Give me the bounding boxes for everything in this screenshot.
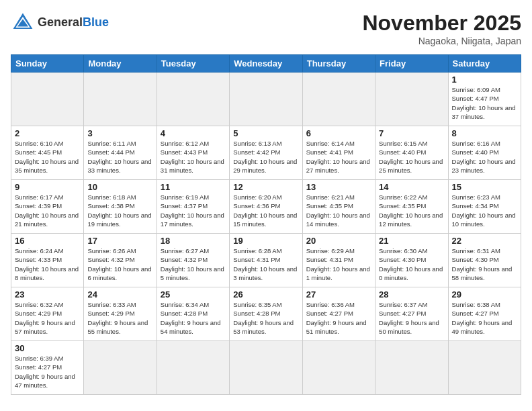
calendar-day-cell: 21Sunrise: 6:30 AMSunset: 4:30 PMDayligh… (375, 234, 448, 287)
month-year-title: November 2025 (362, 11, 521, 36)
day-number: 28 (379, 289, 444, 300)
calendar-day-cell: 2Sunrise: 6:10 AMSunset: 4:45 PMDaylight… (11, 126, 84, 180)
calendar-day-cell: 14Sunrise: 6:22 AMSunset: 4:35 PMDayligh… (375, 180, 448, 234)
page-container: GeneralBlue November 2025 Nagaoka, Niiga… (11, 11, 521, 395)
day-info: Sunrise: 6:19 AMSunset: 4:37 PMDaylight:… (161, 193, 226, 228)
weekday-header-wednesday: Wednesday (230, 55, 302, 73)
calendar-day-cell: 1Sunrise: 6:09 AMSunset: 4:47 PMDaylight… (448, 73, 521, 126)
day-info: Sunrise: 6:33 AMSunset: 4:29 PMDaylight:… (87, 300, 152, 336)
logo-text: GeneralBlue (38, 16, 109, 30)
calendar-day-cell: 13Sunrise: 6:21 AMSunset: 4:35 PMDayligh… (302, 180, 375, 234)
day-number: 7 (379, 128, 444, 138)
day-info: Sunrise: 6:18 AMSunset: 4:38 PMDaylight:… (87, 193, 152, 228)
day-number: 21 (379, 236, 444, 246)
calendar-day-cell: 26Sunrise: 6:35 AMSunset: 4:28 PMDayligh… (230, 287, 302, 341)
day-number: 12 (233, 182, 298, 192)
day-info: Sunrise: 6:21 AMSunset: 4:35 PMDaylight:… (306, 193, 371, 228)
day-info: Sunrise: 6:39 AMSunset: 4:27 PMDaylight:… (15, 354, 80, 390)
title-block: November 2025 Nagaoka, Niigata, Japan (362, 11, 521, 46)
day-info: Sunrise: 6:31 AMSunset: 4:30 PMDaylight:… (452, 246, 517, 282)
calendar-day-cell: 18Sunrise: 6:27 AMSunset: 4:32 PMDayligh… (157, 234, 229, 287)
calendar-day-cell (157, 341, 229, 395)
weekday-header-thursday: Thursday (302, 55, 375, 73)
header: GeneralBlue November 2025 Nagaoka, Niiga… (11, 11, 521, 46)
day-info: Sunrise: 6:17 AMSunset: 4:39 PMDaylight:… (15, 193, 80, 228)
day-info: Sunrise: 6:30 AMSunset: 4:30 PMDaylight:… (379, 246, 444, 282)
day-number: 20 (306, 236, 371, 246)
day-info: Sunrise: 6:23 AMSunset: 4:34 PMDaylight:… (452, 193, 517, 228)
calendar-day-cell: 16Sunrise: 6:24 AMSunset: 4:33 PMDayligh… (11, 234, 84, 287)
day-number: 17 (87, 236, 152, 246)
calendar-day-cell: 3Sunrise: 6:11 AMSunset: 4:44 PMDaylight… (84, 126, 157, 180)
calendar-day-cell (84, 341, 157, 395)
day-info: Sunrise: 6:26 AMSunset: 4:32 PMDaylight:… (87, 246, 152, 282)
calendar-day-cell: 23Sunrise: 6:32 AMSunset: 4:29 PMDayligh… (11, 287, 84, 341)
calendar-table: SundayMondayTuesdayWednesdayThursdayFrid… (11, 54, 521, 395)
calendar-day-cell: 30Sunrise: 6:39 AMSunset: 4:27 PMDayligh… (11, 341, 84, 395)
calendar-day-cell: 9Sunrise: 6:17 AMSunset: 4:39 PMDaylight… (11, 180, 84, 234)
calendar-day-cell (302, 341, 375, 395)
day-number: 8 (452, 128, 517, 138)
day-number: 29 (452, 289, 517, 300)
day-number: 5 (233, 128, 298, 138)
day-number: 4 (161, 128, 226, 138)
calendar-day-cell: 22Sunrise: 6:31 AMSunset: 4:30 PMDayligh… (448, 234, 521, 287)
logo-icon (11, 11, 35, 35)
calendar-day-cell: 4Sunrise: 6:12 AMSunset: 4:43 PMDaylight… (157, 126, 229, 180)
calendar-day-cell: 27Sunrise: 6:36 AMSunset: 4:27 PMDayligh… (302, 287, 375, 341)
day-info: Sunrise: 6:14 AMSunset: 4:41 PMDaylight:… (306, 139, 371, 175)
calendar-day-cell: 19Sunrise: 6:28 AMSunset: 4:31 PMDayligh… (230, 234, 302, 287)
day-info: Sunrise: 6:38 AMSunset: 4:27 PMDaylight:… (452, 300, 517, 336)
day-info: Sunrise: 6:35 AMSunset: 4:28 PMDaylight:… (233, 300, 298, 336)
calendar-day-cell (230, 341, 302, 395)
calendar-day-cell: 28Sunrise: 6:37 AMSunset: 4:27 PMDayligh… (375, 287, 448, 341)
day-number: 16 (15, 236, 80, 246)
calendar-day-cell: 7Sunrise: 6:15 AMSunset: 4:40 PMDaylight… (375, 126, 448, 180)
day-info: Sunrise: 6:36 AMSunset: 4:27 PMDaylight:… (306, 300, 371, 336)
calendar-day-cell: 17Sunrise: 6:26 AMSunset: 4:32 PMDayligh… (84, 234, 157, 287)
day-info: Sunrise: 6:34 AMSunset: 4:28 PMDaylight:… (161, 300, 226, 336)
day-number: 22 (452, 236, 517, 246)
calendar-day-cell: 5Sunrise: 6:13 AMSunset: 4:42 PMDaylight… (230, 126, 302, 180)
calendar-day-cell (448, 341, 521, 395)
location-subtitle: Nagaoka, Niigata, Japan (362, 36, 521, 46)
day-info: Sunrise: 6:37 AMSunset: 4:27 PMDaylight:… (379, 300, 444, 336)
day-number: 6 (306, 128, 371, 138)
day-info: Sunrise: 6:24 AMSunset: 4:33 PMDaylight:… (15, 246, 80, 282)
day-info: Sunrise: 6:11 AMSunset: 4:44 PMDaylight:… (87, 139, 152, 175)
day-number: 19 (233, 236, 298, 246)
day-number: 9 (15, 182, 80, 192)
day-number: 24 (87, 289, 152, 300)
day-number: 27 (306, 289, 371, 300)
calendar-day-cell (157, 73, 229, 126)
day-info: Sunrise: 6:10 AMSunset: 4:45 PMDaylight:… (15, 139, 80, 175)
calendar-day-cell: 15Sunrise: 6:23 AMSunset: 4:34 PMDayligh… (448, 180, 521, 234)
calendar-day-cell: 11Sunrise: 6:19 AMSunset: 4:37 PMDayligh… (157, 180, 229, 234)
day-number: 11 (161, 182, 226, 192)
day-info: Sunrise: 6:12 AMSunset: 4:43 PMDaylight:… (161, 139, 226, 175)
day-info: Sunrise: 6:22 AMSunset: 4:35 PMDaylight:… (379, 193, 444, 228)
day-number: 10 (87, 182, 152, 192)
calendar-day-cell (375, 73, 448, 126)
calendar-day-cell: 29Sunrise: 6:38 AMSunset: 4:27 PMDayligh… (448, 287, 521, 341)
day-info: Sunrise: 6:29 AMSunset: 4:31 PMDaylight:… (306, 246, 371, 282)
day-number: 15 (452, 182, 517, 192)
calendar-day-cell (375, 341, 448, 395)
calendar-day-cell: 8Sunrise: 6:16 AMSunset: 4:40 PMDaylight… (448, 126, 521, 180)
calendar-week-row: 9Sunrise: 6:17 AMSunset: 4:39 PMDaylight… (11, 180, 521, 234)
day-info: Sunrise: 6:09 AMSunset: 4:47 PMDaylight:… (452, 85, 517, 121)
logo: GeneralBlue (11, 11, 109, 35)
weekday-header-sunday: Sunday (11, 55, 84, 73)
day-number: 2 (15, 128, 80, 138)
day-number: 23 (15, 289, 80, 300)
calendar-day-cell: 10Sunrise: 6:18 AMSunset: 4:38 PMDayligh… (84, 180, 157, 234)
day-info: Sunrise: 6:28 AMSunset: 4:31 PMDaylight:… (233, 246, 298, 282)
calendar-week-row: 1Sunrise: 6:09 AMSunset: 4:47 PMDaylight… (11, 73, 521, 126)
day-info: Sunrise: 6:13 AMSunset: 4:42 PMDaylight:… (233, 139, 298, 175)
day-number: 3 (87, 128, 152, 138)
day-info: Sunrise: 6:20 AMSunset: 4:36 PMDaylight:… (233, 193, 298, 228)
calendar-week-row: 2Sunrise: 6:10 AMSunset: 4:45 PMDaylight… (11, 126, 521, 180)
calendar-day-cell: 25Sunrise: 6:34 AMSunset: 4:28 PMDayligh… (157, 287, 229, 341)
weekday-header-saturday: Saturday (448, 55, 521, 73)
calendar-day-cell (230, 73, 302, 126)
